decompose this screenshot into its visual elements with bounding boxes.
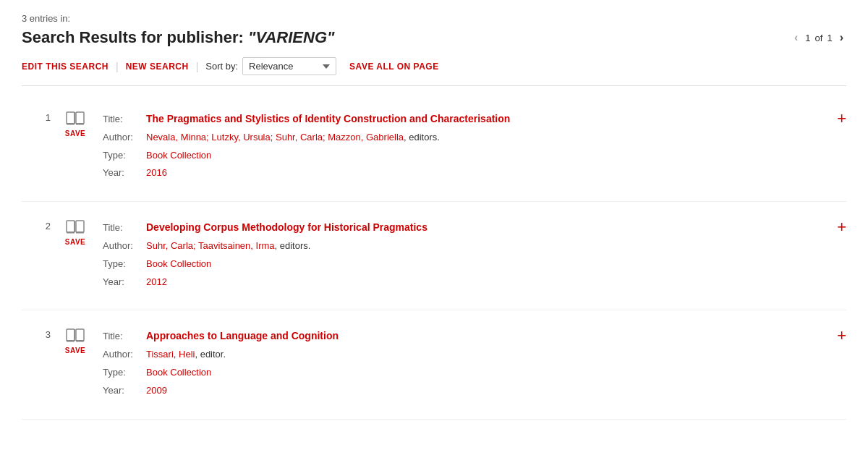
author-suffix: , editor. <box>195 349 226 360</box>
save-button[interactable]: SAVE <box>65 129 86 137</box>
year-label: Year: <box>103 383 146 399</box>
save-button[interactable]: SAVE <box>65 238 86 246</box>
result-icon-save: SAVE <box>59 219 91 246</box>
result-number: 3 <box>22 328 51 343</box>
author-value: Nevala, Minna; Lutzky, Ursula; Suhr, Car… <box>146 130 440 145</box>
result-details: Title:Developing Corpus Methodology for … <box>103 219 846 292</box>
svg-rect-13 <box>67 340 75 342</box>
year-row: Year:2016 <box>103 166 846 181</box>
year-row: Year:2012 <box>103 275 846 290</box>
pagination-total: 1 <box>827 33 832 43</box>
add-button[interactable]: + <box>837 219 846 235</box>
entries-label: 3 entries in: <box>22 13 846 24</box>
svg-rect-5 <box>67 221 75 232</box>
pagination-current: 1 <box>805 33 810 43</box>
result-item: 3 SAVETitle:Approaches to Language and C… <box>22 310 846 419</box>
year-label: Year: <box>103 275 146 290</box>
result-details: Title:Approaches to Language and Cogniti… <box>103 328 846 401</box>
result-details: Title:The Pragmatics and Stylistics of I… <box>103 111 846 184</box>
add-button[interactable]: + <box>837 328 846 344</box>
search-title: Search Results for publisher: "VARIENG" <box>22 28 334 47</box>
book-icon <box>65 328 85 344</box>
result-item: 2 SAVETitle:Developing Corpus Methodolog… <box>22 202 846 310</box>
edit-search-link[interactable]: EDIT THIS SEARCH <box>22 61 109 72</box>
save-all-button[interactable]: SAVE ALL ON PAGE <box>349 61 439 72</box>
book-icon <box>65 111 85 127</box>
result-icon-save: SAVE <box>59 328 91 354</box>
save-button[interactable]: SAVE <box>65 347 86 354</box>
svg-rect-1 <box>76 112 84 124</box>
author-link[interactable]: Nevala, Minna <box>146 132 206 143</box>
toolbar-separator-2: | <box>196 61 199 72</box>
type-row: Type:Book Collection <box>103 257 846 272</box>
title-label: Title: <box>103 329 146 344</box>
author-value: Tissari, Heli, editor. <box>146 347 226 362</box>
pagination: ‹ 1 of 1 › <box>791 31 846 44</box>
title-link[interactable]: Developing Corpus Methodology for Histor… <box>146 219 427 235</box>
title-link[interactable]: Approaches to Language and Cognition <box>146 328 339 344</box>
title-row: Title:Approaches to Language and Cogniti… <box>103 328 846 344</box>
result-item: 1 SAVETitle:The Pragmatics and Stylistic… <box>22 93 846 202</box>
sort-select[interactable]: Relevance Date Author Title <box>242 57 336 75</box>
type-value[interactable]: Book Collection <box>146 148 211 163</box>
year-row: Year:2009 <box>103 383 846 399</box>
title-link[interactable]: The Pragmatics and Stylistics of Identit… <box>146 111 510 127</box>
result-number: 2 <box>22 219 51 234</box>
author-link[interactable]: Suhr, Carla <box>276 132 323 143</box>
pagination-of: of <box>815 33 823 43</box>
author-row: Author:Tissari, Heli, editor. <box>103 347 846 362</box>
svg-rect-3 <box>67 123 75 125</box>
svg-rect-14 <box>76 340 84 342</box>
svg-rect-0 <box>67 112 75 124</box>
title-row: Title:Developing Corpus Methodology for … <box>103 219 846 236</box>
add-button[interactable]: + <box>837 111 846 127</box>
title-row: Title:The Pragmatics and Stylistics of I… <box>103 111 846 127</box>
result-icon-save: SAVE <box>59 111 91 137</box>
author-link[interactable]: Taavitsainen, Irma <box>198 240 275 251</box>
toolbar-separator-1: | <box>116 61 119 72</box>
pagination-prev[interactable]: ‹ <box>791 31 801 44</box>
author-label: Author: <box>103 347 146 362</box>
year-value: 2012 <box>146 275 167 290</box>
svg-rect-11 <box>76 329 84 341</box>
type-value[interactable]: Book Collection <box>146 257 211 272</box>
year-value: 2016 <box>146 166 167 181</box>
svg-rect-9 <box>76 232 84 234</box>
svg-rect-4 <box>76 123 84 125</box>
type-label: Type: <box>103 365 146 381</box>
author-label: Author: <box>103 130 146 145</box>
sort-label: Sort by: <box>205 61 238 72</box>
title-label: Title: <box>103 221 146 236</box>
year-label: Year: <box>103 166 146 181</box>
type-row: Type:Book Collection <box>103 148 846 163</box>
author-row: Author:Suhr, Carla; Taavitsainen, Irma, … <box>103 239 846 254</box>
type-row: Type:Book Collection <box>103 365 846 381</box>
title-label: Title: <box>103 112 146 127</box>
svg-rect-10 <box>67 329 75 341</box>
type-value[interactable]: Book Collection <box>146 365 211 381</box>
author-link[interactable]: Suhr, Carla <box>146 240 193 251</box>
author-suffix: , editors. <box>275 240 311 251</box>
toolbar: EDIT THIS SEARCH | NEW SEARCH | Sort by:… <box>22 57 846 86</box>
type-label: Type: <box>103 148 146 163</box>
author-link[interactable]: Tissari, Heli <box>146 349 195 360</box>
svg-rect-8 <box>67 232 75 234</box>
author-row: Author:Nevala, Minna; Lutzky, Ursula; Su… <box>103 130 846 145</box>
author-label: Author: <box>103 239 146 254</box>
result-number: 1 <box>22 111 51 126</box>
type-label: Type: <box>103 257 146 272</box>
author-suffix: , editors. <box>404 132 440 143</box>
author-link[interactable]: Mazzon, Gabriella <box>328 132 404 143</box>
author-link[interactable]: Lutzky, Ursula <box>211 132 270 143</box>
new-search-link[interactable]: NEW SEARCH <box>126 61 189 72</box>
year-value: 2009 <box>146 383 167 399</box>
svg-rect-6 <box>76 221 84 232</box>
author-value: Suhr, Carla; Taavitsainen, Irma, editors… <box>146 239 310 254</box>
pagination-next[interactable]: › <box>837 31 846 44</box>
results-list: 1 SAVETitle:The Pragmatics and Stylistic… <box>22 93 846 420</box>
book-icon <box>65 219 85 235</box>
